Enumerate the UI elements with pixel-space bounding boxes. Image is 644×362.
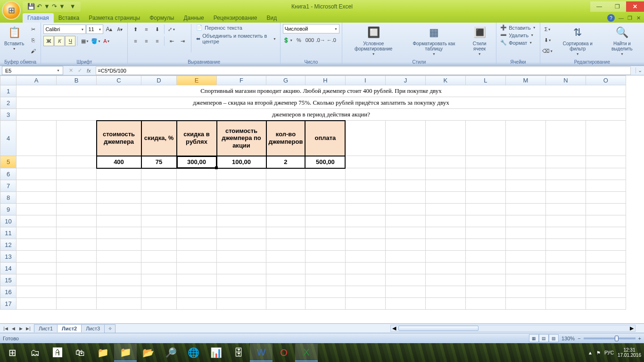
cell-D12[interactable]: [141, 239, 177, 251]
cell-M17[interactable]: [505, 298, 545, 310]
cell-G7[interactable]: [266, 180, 305, 192]
cell-K14[interactable]: [425, 263, 465, 274]
hscroll-thumb[interactable]: [398, 326, 479, 331]
row-header-14[interactable]: 14: [0, 263, 17, 274]
column-header-E[interactable]: E: [177, 76, 217, 85]
comma-icon[interactable]: 000: [305, 35, 315, 45]
cell-K6[interactable]: [425, 168, 465, 180]
cell-L15[interactable]: [465, 274, 505, 286]
cell-M10[interactable]: [505, 215, 545, 227]
cell-D4[interactable]: скидка, %: [141, 121, 177, 156]
cell-C17[interactable]: [97, 298, 141, 310]
tray-lang[interactable]: РУС: [604, 350, 614, 355]
wrap-text-button[interactable]: 📄Перенос текста: [195, 24, 278, 31]
help-icon[interactable]: ?: [607, 14, 615, 22]
doc-minimize-icon[interactable]: —: [619, 15, 624, 21]
cell-E5[interactable]: 300,00: [177, 156, 217, 168]
italic-button[interactable]: К: [54, 36, 65, 46]
horizontal-scrollbar[interactable]: ◀ ▶: [390, 325, 636, 332]
cell-A17[interactable]: [17, 298, 57, 310]
cell-J7[interactable]: [385, 180, 425, 192]
redo-dropdown-icon[interactable]: ▼: [59, 3, 65, 10]
cell-D13[interactable]: [141, 251, 177, 263]
cell-C15[interactable]: [97, 274, 141, 286]
office-button[interactable]: ⊞: [2, 1, 21, 20]
row-header-10[interactable]: 10: [0, 215, 17, 227]
cell-H6[interactable]: [305, 168, 345, 180]
cell-F7[interactable]: [217, 180, 266, 192]
font-name-select[interactable]: Calibri▼: [43, 25, 86, 34]
cell-O14[interactable]: [586, 263, 626, 274]
align-left-icon[interactable]: ≡: [130, 36, 140, 46]
name-box[interactable]: E5▼: [2, 66, 63, 75]
align-center-icon[interactable]: ≡: [141, 36, 151, 46]
row-header-7[interactable]: 7: [0, 180, 17, 192]
decrease-font-icon[interactable]: A▾: [115, 24, 125, 34]
cell-B9[interactable]: [57, 204, 97, 215]
align-bottom-icon[interactable]: ⬇: [152, 24, 162, 34]
insert-cells-button[interactable]: ➕Вставить▼: [499, 24, 537, 31]
row-header-6[interactable]: 6: [0, 168, 17, 180]
cell-I14[interactable]: [345, 263, 385, 274]
cell-I11[interactable]: [345, 227, 385, 239]
cell-O10[interactable]: [586, 215, 626, 227]
cell-F9[interactable]: [217, 204, 266, 215]
underline-button[interactable]: Ч: [65, 36, 75, 46]
save-icon[interactable]: 💾: [27, 3, 35, 10]
scroll-right-icon[interactable]: ▶: [628, 325, 635, 331]
taskbar-app-10[interactable]: 🗄: [227, 344, 250, 362]
tray-flag-icon[interactable]: ⚑: [596, 350, 601, 355]
column-header-G[interactable]: G: [266, 76, 305, 85]
cell-K11[interactable]: [425, 227, 465, 239]
cell-G9[interactable]: [266, 204, 305, 215]
increase-indent-icon[interactable]: ⇥: [177, 36, 188, 46]
cell-O8[interactable]: [586, 192, 626, 204]
cell-M5[interactable]: [505, 156, 545, 168]
cell-B5[interactable]: [57, 156, 97, 168]
formula-input[interactable]: =C5*D5/100: [96, 66, 631, 75]
row-header-11[interactable]: 11: [0, 227, 17, 239]
clear-icon[interactable]: ⌫▼: [543, 46, 553, 56]
cell-C16[interactable]: [97, 286, 141, 298]
cell-O9[interactable]: [586, 204, 626, 215]
cell-L6[interactable]: [465, 168, 505, 180]
paste-dropdown-icon[interactable]: ▼: [13, 47, 16, 50]
cell-F14[interactable]: [217, 263, 266, 274]
merge-center-button[interactable]: ⬌Объединить и поместить в центре▼: [195, 33, 278, 45]
cell-A5[interactable]: [17, 156, 57, 168]
cell-A11[interactable]: [17, 227, 57, 239]
cell-G10[interactable]: [266, 215, 305, 227]
cell-B12[interactable]: [57, 239, 97, 251]
cell-F16[interactable]: [217, 286, 266, 298]
fill-icon[interactable]: ⬇▼: [543, 35, 553, 45]
cell-J4[interactable]: [385, 121, 425, 156]
cell-H10[interactable]: [305, 215, 345, 227]
taskbar-app-9[interactable]: 📊: [205, 344, 227, 362]
cell-C14[interactable]: [97, 263, 141, 274]
problem-text-line-2[interactable]: джемперов – скидка на второй джемпер 75%…: [17, 97, 626, 109]
cell-H9[interactable]: [305, 204, 345, 215]
cell-E9[interactable]: [177, 204, 217, 215]
cell-L7[interactable]: [465, 180, 505, 192]
cell-E10[interactable]: [177, 215, 217, 227]
cell-C5[interactable]: 400: [97, 156, 141, 168]
cell-K12[interactable]: [425, 239, 465, 251]
cell-A16[interactable]: [17, 286, 57, 298]
page-break-view-icon[interactable]: ▧: [549, 334, 559, 342]
row-header-2[interactable]: 2: [0, 97, 17, 109]
row-header-1[interactable]: 1: [0, 85, 17, 97]
cell-F12[interactable]: [217, 239, 266, 251]
cell-A7[interactable]: [17, 180, 57, 192]
tray-clock[interactable]: 12:31 17.01.2016: [618, 347, 641, 358]
cell-K15[interactable]: [425, 274, 465, 286]
cell-O4[interactable]: [586, 121, 626, 156]
row-header-13[interactable]: 13: [0, 251, 17, 263]
row-header-8[interactable]: 8: [0, 192, 17, 204]
cell-B17[interactable]: [57, 298, 97, 310]
column-header-J[interactable]: J: [385, 76, 425, 85]
cell-E11[interactable]: [177, 227, 217, 239]
cell-D5[interactable]: 75: [141, 156, 177, 168]
font-size-select[interactable]: 11▼: [86, 25, 103, 34]
cell-L10[interactable]: [465, 215, 505, 227]
cell-I12[interactable]: [345, 239, 385, 251]
